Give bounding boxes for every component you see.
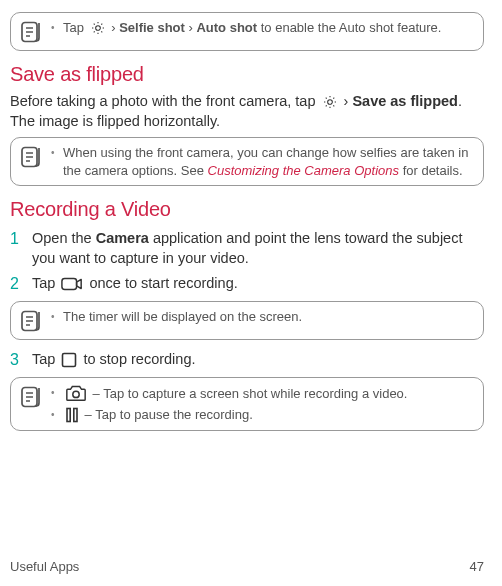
note-text: When using the front camera, you can cha… — [63, 144, 473, 179]
note-text: The timer will be displayed on the scree… — [63, 308, 473, 326]
footer-section: Useful Apps — [10, 558, 79, 576]
note-icon — [19, 20, 43, 44]
stop-icon — [61, 352, 77, 368]
bullet — [51, 19, 57, 37]
note-box-timer: The timer will be displayed on the scree… — [10, 301, 484, 340]
settings-icon — [90, 20, 106, 36]
step-number: 3 — [10, 350, 24, 371]
svg-rect-19 — [67, 409, 70, 422]
note-text: – Tap to pause the recording. — [63, 406, 473, 424]
step-number: 1 — [10, 229, 24, 250]
note-box-camera-options: When using the front camera, you can cha… — [10, 137, 484, 186]
step-2: 2 Tap once to start recording. — [10, 274, 484, 295]
note-content: The timer will be displayed on the scree… — [51, 308, 473, 326]
step-text: Tap once to start recording. — [32, 274, 484, 294]
note-text: – Tap to capture a screen shot while rec… — [63, 384, 473, 403]
record-icon — [61, 276, 83, 292]
settings-icon — [322, 94, 338, 110]
step-3: 3 Tap to stop recording. — [10, 350, 484, 371]
svg-rect-20 — [74, 409, 77, 422]
bullet — [51, 406, 57, 424]
section-body-save-as-flipped: Before taking a photo with the front cam… — [10, 92, 484, 131]
note-box-recording-controls: – Tap to capture a screen shot while rec… — [10, 377, 484, 431]
note-content: – Tap to capture a screen shot while rec… — [51, 384, 473, 424]
svg-rect-8 — [62, 279, 77, 290]
note-icon — [19, 145, 43, 169]
note-text: Tap › Selfie shot › Auto shot to enable … — [63, 19, 473, 37]
note-content: Tap › Selfie shot › Auto shot to enable … — [51, 19, 473, 37]
step-number: 2 — [10, 274, 24, 295]
pause-icon — [65, 407, 79, 423]
note-content: When using the front camera, you can cha… — [51, 144, 473, 179]
section-title-recording-video: Recording a Video — [10, 196, 484, 223]
footer-page-number: 47 — [470, 558, 484, 576]
step-text: Tap to stop recording. — [32, 350, 484, 370]
note-icon — [19, 385, 43, 409]
bullet — [51, 384, 57, 402]
step-1: 1 Open the Camera application and point … — [10, 229, 484, 268]
svg-rect-13 — [63, 354, 76, 367]
svg-point-18 — [73, 391, 79, 397]
page-footer: Useful Apps 47 — [10, 558, 484, 576]
bullet — [51, 308, 57, 326]
note-icon — [19, 309, 43, 333]
camera-icon — [65, 384, 87, 402]
step-text: Open the Camera application and point th… — [32, 229, 484, 268]
section-title-save-as-flipped: Save as flipped — [10, 61, 484, 88]
link-customizing-camera-options[interactable]: Customizing the Camera Options — [208, 163, 399, 178]
note-box-auto-shot: Tap › Selfie shot › Auto shot to enable … — [10, 12, 484, 51]
bullet — [51, 144, 57, 162]
